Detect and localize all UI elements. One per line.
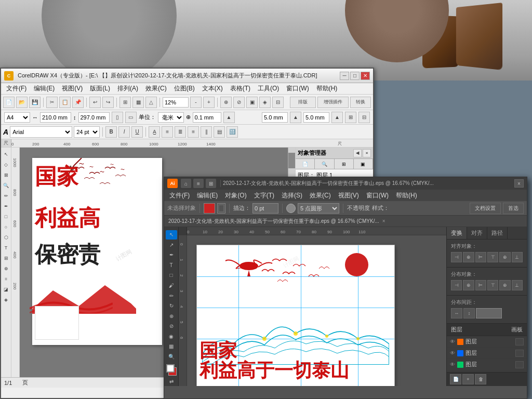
copy-button[interactable]: 📋 — [59, 97, 71, 108]
ai-dist-6[interactable]: ⊥ — [512, 280, 523, 290]
ai-align-bottom[interactable]: ⊥ — [512, 252, 523, 262]
ai-menu-help[interactable]: 帮助(H) — [393, 190, 420, 201]
ai-align-center-v[interactable]: ⊕ — [499, 252, 510, 262]
ai-fill-tool[interactable]: ◉ — [166, 331, 177, 341]
font-select[interactable]: Arial — [10, 126, 72, 138]
menu-arrange[interactable]: 排列(A) — [114, 83, 141, 94]
tb-misc-5[interactable]: ⊟ — [272, 97, 284, 108]
ai-layer-btn-2[interactable]: + — [462, 374, 474, 384]
tb-icon-2[interactable]: ▦ — [132, 97, 144, 108]
tb-misc-3[interactable]: ▣ — [246, 97, 258, 108]
menu-file[interactable]: 文件(F) — [3, 83, 30, 94]
nudge-up[interactable]: ▲ — [223, 112, 235, 123]
ai-spacing-v[interactable]: ↕ — [463, 308, 475, 318]
ai-eye-1[interactable]: 👁 — [450, 339, 455, 344]
save-button[interactable]: 💾 — [29, 97, 41, 108]
tb-icon-3[interactable]: △ — [145, 97, 157, 108]
menu-view[interactable]: 视图(V) — [59, 83, 86, 94]
ai-doc-settings-btn[interactable]: 文档设置 — [470, 203, 501, 214]
interactive-tool[interactable]: ◈ — [2, 295, 11, 304]
ai-menu-type[interactable]: 文字(T) — [251, 190, 277, 201]
menu-bitmap[interactable]: 位图(B) — [171, 83, 198, 94]
ai-stroke-color[interactable] — [217, 203, 225, 214]
plugin-button[interactable]: 增强插件 — [317, 97, 349, 108]
polygon-tool[interactable]: ⬡ — [2, 233, 11, 242]
menu-layout[interactable]: 版面(L) — [87, 83, 113, 94]
ai-close-btn[interactable]: × — [514, 179, 524, 188]
right-val2[interactable] — [303, 112, 329, 123]
ai-rotate-tool[interactable]: ↻ — [166, 301, 177, 311]
menu-text[interactable]: 文本(X) — [199, 83, 226, 94]
ai-dist-1[interactable]: ⊣ — [451, 280, 462, 290]
right-val1[interactable] — [262, 112, 288, 123]
tb-extra-1[interactable]: ⊞ — [345, 112, 356, 123]
zoom-input[interactable] — [163, 97, 189, 108]
crop-tool[interactable]: ⊠ — [2, 170, 11, 180]
menu-effects[interactable]: 效果(C) — [142, 83, 170, 94]
panel-tab-icon-3[interactable]: ⊞ — [335, 159, 354, 169]
font-size-select[interactable]: 24 pt — [74, 126, 100, 138]
text-misc-5[interactable]: ∥ — [201, 126, 212, 138]
ai-align-right[interactable]: ⊢ — [475, 252, 486, 262]
menu-window[interactable]: 窗口(W) — [283, 83, 312, 94]
ai-scale-tool[interactable]: ⊕ — [166, 311, 177, 321]
text-misc-7[interactable]: 🔠 — [227, 126, 238, 138]
maximize-button[interactable]: □ — [350, 72, 360, 80]
illustrator-canvas[interactable]: 0 10 20 30 40 50 60 70 80 90 100 110 0 1… — [179, 227, 446, 386]
vscroll-thumb[interactable] — [288, 153, 295, 168]
ai-menu-window[interactable]: 窗口(W) — [363, 190, 392, 201]
ai-pencil-tool[interactable]: ✏ — [166, 291, 177, 300]
menu-table[interactable]: 表格(T) — [227, 83, 254, 94]
tb-misc-4[interactable]: ◈ — [259, 97, 271, 108]
ai-win-controls[interactable]: × — [514, 179, 524, 188]
ai-align-left[interactable]: ⊣ — [451, 252, 462, 262]
panel-tab-icon-2[interactable]: 🔍 — [315, 159, 334, 169]
ai-list-icon[interactable]: ≡ — [193, 179, 204, 188]
panel-tab-icon-1[interactable]: 📄 — [296, 159, 315, 169]
panel-tab-icon-4[interactable]: ▣ — [354, 159, 373, 169]
tb-misc-2[interactable]: ⊘ — [233, 97, 245, 108]
zoom-tool[interactable]: 🔍 — [2, 181, 11, 190]
ai-select-tool[interactable]: ↖ — [166, 230, 177, 240]
ai-home-icon[interactable]: ⌂ — [181, 179, 191, 188]
text-misc-2[interactable]: ≡ — [162, 126, 173, 138]
panel-btn-1[interactable]: ◀ — [353, 149, 362, 157]
layout-button[interactable]: 排版 — [290, 97, 316, 108]
connector-tool[interactable]: ⌗ — [2, 274, 11, 284]
menu-help[interactable]: 帮助(H) — [313, 83, 341, 94]
bold-button[interactable]: B — [105, 126, 117, 138]
ai-blend-tool[interactable]: ⊘ — [166, 322, 177, 331]
unit-select[interactable]: 毫米 — [158, 112, 184, 123]
ai-gradient-tool[interactable]: ▦ — [166, 342, 177, 351]
shape-tool[interactable]: ◇ — [2, 160, 11, 169]
panel-controls[interactable]: ◀ × — [353, 149, 371, 157]
tb-misc-1[interactable]: ⊕ — [220, 97, 232, 108]
redo-button[interactable]: ↪ — [102, 97, 114, 108]
zoom-in-button[interactable]: + — [203, 97, 215, 108]
ai-spacing-input[interactable] — [476, 308, 502, 318]
ai-layer-3[interactable]: 👁 图层 — [447, 359, 527, 370]
ai-dist-3[interactable]: ⊢ — [475, 280, 486, 290]
ellipse-tool[interactable]: ○ — [2, 222, 11, 232]
zoom-out-button[interactable]: - — [190, 97, 202, 108]
ai-fill-color[interactable] — [204, 203, 215, 214]
ai-paintbrush-tool[interactable]: 🖌 — [166, 281, 177, 290]
new-button[interactable]: 📄 — [3, 97, 15, 108]
smart-draw-tool[interactable]: ✒ — [2, 202, 11, 211]
rval1-up[interactable]: ▲ — [290, 112, 301, 123]
ai-shape-tool[interactable]: □ — [166, 271, 177, 280]
ai-dist-2[interactable]: ⊕ — [463, 280, 474, 290]
ai-first-btn[interactable]: 首选 — [503, 203, 524, 214]
menu-edit[interactable]: 编辑(E) — [31, 83, 58, 94]
convert-button[interactable]: 转换 — [350, 97, 371, 108]
rval2-up[interactable]: ▲ — [331, 112, 343, 123]
freehand-tool[interactable]: ✏ — [2, 191, 11, 201]
dimension-tool[interactable]: ⊕ — [2, 264, 11, 273]
height-input[interactable] — [78, 112, 110, 123]
italic-button[interactable]: I — [118, 126, 130, 138]
ai-layer-2[interactable]: 👁 图层 — [447, 348, 527, 359]
ai-type-tool[interactable]: T — [166, 261, 177, 270]
panel-btn-2[interactable]: × — [363, 149, 371, 157]
ai-stroke-input[interactable] — [252, 203, 278, 214]
paste-button[interactable]: 📌 — [72, 97, 84, 108]
